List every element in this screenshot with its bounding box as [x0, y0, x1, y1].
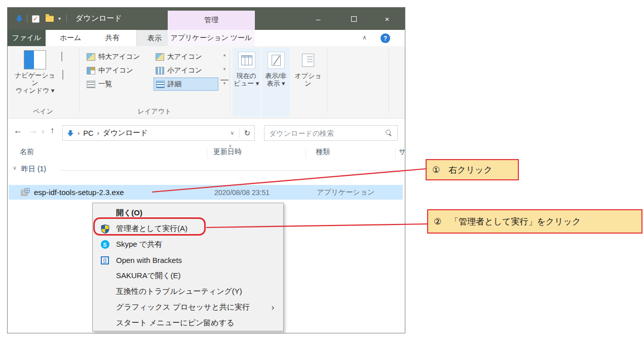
- back-icon[interactable]: ←: [14, 126, 22, 136]
- medium-icons-icon: [87, 67, 95, 74]
- show-hide-button[interactable]: 表示/非 表示 ▾: [262, 48, 290, 117]
- menu-item-run-with-graphics-processor[interactable]: グラフィックス プロセッサと共に実行 ›: [93, 299, 283, 315]
- breadcrumb-pc[interactable]: PC: [83, 129, 93, 137]
- dropdown-icon: ▾: [256, 80, 259, 87]
- skype-icon: S: [100, 240, 110, 249]
- group-header-yesterday[interactable]: 昨日 (1): [21, 165, 46, 174]
- minimize-button[interactable]: –: [307, 8, 330, 30]
- column-divider[interactable]: [207, 148, 207, 159]
- up-icon[interactable]: ↑: [50, 126, 55, 136]
- file-row-selected[interactable]: esp-idf-tools-setup-2.3.exe 2020/08/08 2…: [9, 185, 403, 200]
- ribbon-view: ナビゲーション ウィンドウ ▾ ペイン 特大アイコン 大アイコン 中アイコン: [8, 46, 405, 119]
- navigation-pane-button[interactable]: ナビゲーション ウィンドウ ▾: [12, 50, 58, 94]
- ribbon-divider: [389, 49, 389, 112]
- tab-application-tools[interactable]: アプリケーション ツール: [168, 30, 255, 46]
- extra-large-icons-icon: [87, 53, 95, 61]
- annotation-highlight-rect: [93, 217, 206, 236]
- annotation-step2: ② 「管理者として実行」をクリック: [427, 209, 642, 234]
- qat-properties-icon[interactable]: ✓: [31, 14, 40, 23]
- contextual-tab-manage[interactable]: 管理: [168, 11, 255, 30]
- small-icons-icon: [156, 67, 164, 74]
- current-view-icon: [238, 52, 255, 69]
- qat-divider: [66, 15, 67, 23]
- options-icon: [299, 52, 317, 69]
- column-header-type[interactable]: 種類: [316, 147, 330, 157]
- file-name[interactable]: esp-idf-tools-setup-2.3.exe: [34, 188, 124, 197]
- close-button[interactable]: ×: [375, 8, 399, 30]
- group-label-layout: レイアウト: [82, 107, 228, 116]
- column-header-modified[interactable]: 更新日時: [213, 147, 242, 157]
- screenshot-canvas: ✓ ▾ ダウンロード 管理 – × ファイル ホーム 共有 表示 アプリケーショ…: [0, 0, 644, 343]
- dropdown-icon: ▾: [51, 87, 55, 94]
- recent-locations-icon[interactable]: ∨: [41, 129, 45, 134]
- address-folder-icon: [67, 130, 74, 137]
- group-label-pane: ペイン: [8, 107, 79, 116]
- maximize-button[interactable]: [342, 8, 365, 30]
- ribbon-divider: [327, 49, 327, 112]
- menu-item-compatibility-troubleshoot[interactable]: 互換性のトラブルシューティング(Y): [93, 284, 283, 299]
- gallery-scroll-down-icon[interactable]: ▾: [220, 66, 229, 71]
- refresh-icon[interactable]: ↻: [239, 129, 250, 138]
- gallery-more-icon[interactable]: ▾: [220, 80, 229, 86]
- window-title: ダウンロード: [75, 14, 122, 23]
- preview-pane-button[interactable]: [61, 52, 62, 61]
- search-icon[interactable]: [386, 130, 392, 136]
- column-header-size[interactable]: サ: [399, 147, 406, 157]
- nav-pane-label-line2: ウィンドウ: [16, 87, 50, 94]
- gallery-scroll-up-icon[interactable]: ▴: [220, 52, 229, 57]
- layout-extra-large-icons[interactable]: 特大アイコン: [85, 50, 150, 63]
- large-icons-icon: [156, 53, 164, 61]
- column-divider[interactable]: [395, 148, 396, 159]
- ribbon-divider: [230, 49, 230, 112]
- file-type: アプリケーション: [317, 188, 374, 197]
- details-pane-button[interactable]: [62, 70, 63, 80]
- address-dropdown-icon[interactable]: ∨: [230, 130, 234, 136]
- menu-item-open-with-sakura[interactable]: SAKURAで開く(E): [93, 268, 283, 284]
- qat-new-folder-icon[interactable]: [45, 14, 54, 23]
- breadcrumb-downloads[interactable]: ダウンロード: [103, 128, 148, 138]
- show-hide-icon: [268, 52, 285, 69]
- forward-icon[interactable]: →: [29, 126, 37, 136]
- qat-customize-icon[interactable]: ▾: [58, 16, 61, 21]
- layout-list[interactable]: 一覧: [85, 78, 150, 91]
- title-bar: ✓ ▾ ダウンロード 管理 – ×: [8, 8, 405, 30]
- options-button[interactable]: オプション: [292, 48, 324, 117]
- annotation-step1: ① 右クリック: [426, 159, 519, 180]
- search-box[interactable]: [264, 125, 398, 141]
- nav-pane-label-line1: ナビゲーション: [15, 71, 55, 87]
- maximize-icon: [351, 16, 357, 22]
- group-header-rule: [60, 170, 399, 171]
- address-bar-row: ← → ∨ ↑ › PC › ダウンロード ∨ ↻: [8, 119, 405, 147]
- tab-home[interactable]: ホーム: [52, 30, 89, 46]
- breadcrumb-separator: ›: [97, 129, 99, 137]
- collapse-ribbon-icon[interactable]: ∧: [362, 34, 367, 41]
- submenu-arrow-icon: ›: [272, 303, 274, 312]
- ribbon-divider: [79, 49, 80, 112]
- details-view-icon: [156, 81, 165, 88]
- layout-small-icons[interactable]: 小アイコン: [154, 64, 218, 77]
- tab-share[interactable]: 共有: [95, 30, 130, 46]
- address-bar[interactable]: › PC › ダウンロード ∨ ↻: [62, 125, 255, 141]
- menu-item-share-skype[interactable]: S Skype で共有: [93, 237, 283, 252]
- menu-item-pin-to-start[interactable]: スタート メニューにピン留めする: [93, 315, 283, 331]
- breadcrumb-separator: ›: [78, 129, 80, 137]
- column-header-name[interactable]: 名前: [20, 147, 34, 157]
- navigation-pane-icon: [24, 50, 46, 69]
- downloads-folder-icon: [15, 14, 24, 23]
- tab-file[interactable]: ファイル: [8, 30, 46, 46]
- current-view-button[interactable]: 現在の ビュー ▾: [233, 48, 260, 117]
- layout-details[interactable]: 詳細: [154, 78, 218, 91]
- help-icon[interactable]: ?: [381, 33, 390, 43]
- qat-divider: [27, 15, 27, 23]
- installer-file-icon: [21, 188, 30, 197]
- file-modified: 2020/08/08 23:51: [214, 188, 270, 197]
- group-collapse-icon[interactable]: ∨: [13, 165, 17, 171]
- list-view-icon: [87, 81, 95, 88]
- ribbon-tab-row: ファイル ホーム 共有 表示 アプリケーション ツール ∧ ?: [8, 30, 405, 46]
- brackets-icon: []: [100, 256, 110, 264]
- search-input[interactable]: [264, 129, 386, 137]
- layout-medium-icons[interactable]: 中アイコン: [85, 64, 150, 77]
- menu-item-open-with-brackets[interactable]: [] Open with Brackets: [93, 252, 283, 268]
- column-divider[interactable]: [306, 148, 306, 159]
- layout-large-icons[interactable]: 大アイコン: [154, 50, 218, 63]
